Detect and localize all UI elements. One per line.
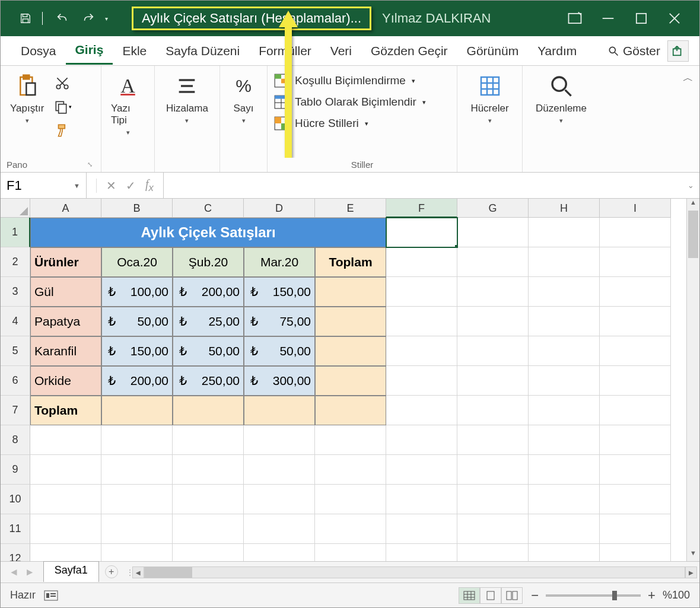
cell[interactable] <box>101 425 173 455</box>
zoom-in-button[interactable]: + <box>648 588 656 603</box>
cell[interactable] <box>529 455 600 485</box>
cell[interactable] <box>529 544 600 561</box>
value-cell[interactable]: ₺150,00 <box>101 336 173 366</box>
cut-button[interactable] <box>52 73 72 93</box>
undo-icon[interactable] <box>53 9 72 28</box>
cancel-formula-icon[interactable]: ✕ <box>106 179 116 193</box>
cell[interactable] <box>173 485 244 514</box>
save-icon[interactable] <box>16 9 35 28</box>
total-cell[interactable] <box>315 277 386 307</box>
cell[interactable] <box>457 396 529 425</box>
value-cell[interactable]: ₺200,00 <box>173 277 244 307</box>
total-cell[interactable] <box>315 366 386 396</box>
insert-function-icon[interactable]: fx <box>145 177 154 194</box>
cell[interactable] <box>386 366 457 396</box>
sheet-tab[interactable]: Sayfa1 <box>43 561 99 582</box>
cell[interactable] <box>600 425 671 455</box>
cell[interactable] <box>529 514 600 544</box>
cell[interactable] <box>457 514 529 544</box>
sheet-nav-next-icon[interactable]: ► <box>25 566 35 578</box>
cell[interactable] <box>457 455 529 485</box>
scroll-left-icon[interactable]: ◄ <box>132 566 144 578</box>
cell[interactable] <box>101 455 173 485</box>
product-name[interactable]: Karanfil <box>30 336 101 366</box>
cell-G1[interactable] <box>457 218 529 247</box>
cell[interactable] <box>315 455 386 485</box>
cell[interactable] <box>600 514 671 544</box>
row-header-2[interactable]: 2 <box>1 247 30 277</box>
cell[interactable] <box>30 425 101 455</box>
cell[interactable] <box>386 336 457 366</box>
value-cell[interactable]: ₺25,00 <box>173 307 244 336</box>
cell[interactable] <box>386 396 457 425</box>
value-cell[interactable]: ₺200,00 <box>101 366 173 396</box>
page-break-view-button[interactable] <box>501 587 523 604</box>
share-button[interactable] <box>667 40 689 62</box>
row-header-9[interactable]: 9 <box>1 455 30 485</box>
horizontal-scrollbar[interactable] <box>144 566 685 578</box>
cell[interactable] <box>244 455 315 485</box>
cell[interactable] <box>386 247 457 277</box>
format-painter-button[interactable] <box>52 120 72 141</box>
cell[interactable] <box>529 277 600 307</box>
row-header-8[interactable]: 8 <box>1 425 30 455</box>
cell[interactable] <box>244 425 315 455</box>
cell[interactable] <box>244 485 315 514</box>
col-header-B[interactable]: B <box>101 199 173 218</box>
cell-styles-button[interactable]: Hücre Stilleri▾ <box>273 116 426 131</box>
vertical-scrollbar[interactable]: ▲ ▼ <box>686 199 699 561</box>
cell[interactable] <box>529 336 600 366</box>
collapse-ribbon-icon[interactable]: ︿ <box>683 71 693 85</box>
col-header-I[interactable]: I <box>600 199 671 218</box>
product-name[interactable]: Papatya <box>30 307 101 336</box>
total-cell[interactable] <box>315 336 386 366</box>
minimize-icon[interactable] <box>600 10 616 27</box>
total-cell[interactable] <box>101 396 173 425</box>
cell[interactable] <box>386 307 457 336</box>
cell[interactable] <box>386 455 457 485</box>
copy-button[interactable]: ▾ <box>52 97 72 117</box>
maximize-icon[interactable] <box>633 10 650 27</box>
name-box[interactable]: F1 ▼ <box>1 173 87 198</box>
tab-yardım[interactable]: Yardım <box>528 38 586 64</box>
page-layout-view-button[interactable] <box>480 587 501 604</box>
row-header-4[interactable]: 4 <box>1 307 30 336</box>
tab-scroll-resizer[interactable]: ⋮ <box>126 568 132 577</box>
expand-formula-bar-icon[interactable]: ⌄ <box>682 173 699 198</box>
tell-me-search[interactable]: Göster <box>607 44 660 58</box>
cell-F1[interactable] <box>386 218 457 247</box>
value-cell[interactable]: ₺250,00 <box>173 366 244 396</box>
row-header-6[interactable]: 6 <box>1 366 30 396</box>
tab-gözden geçir[interactable]: Gözden Geçir <box>361 38 457 64</box>
qat-customize-icon[interactable]: ▾ <box>105 15 108 22</box>
col-header-F[interactable]: F <box>386 199 457 218</box>
tab-dosya[interactable]: Dosya <box>11 38 66 64</box>
cell[interactable] <box>386 425 457 455</box>
tab-veri[interactable]: Veri <box>321 38 361 64</box>
total-row-label[interactable]: Toplam <box>30 396 101 425</box>
cell[interactable] <box>173 455 244 485</box>
number-button[interactable]: % Sayı <box>226 69 262 127</box>
zoom-slider[interactable] <box>546 594 641 597</box>
cell[interactable] <box>386 544 457 561</box>
value-cell[interactable]: ₺150,00 <box>244 277 315 307</box>
name-box-dropdown-icon[interactable]: ▼ <box>74 182 80 189</box>
header-total[interactable]: Toplam <box>315 247 386 277</box>
cell[interactable] <box>600 396 671 425</box>
cell[interactable] <box>457 277 529 307</box>
cell[interactable] <box>386 485 457 514</box>
value-cell[interactable]: ₺50,00 <box>173 336 244 366</box>
col-header-G[interactable]: G <box>457 199 529 218</box>
cell[interactable] <box>600 366 671 396</box>
cell[interactable] <box>30 485 101 514</box>
format-as-table-button[interactable]: Tablo Olarak Biçimlendir▾ <box>273 94 426 110</box>
cell[interactable] <box>600 277 671 307</box>
product-name[interactable]: Gül <box>30 277 101 307</box>
header-month-1[interactable]: Şub.20 <box>173 247 244 277</box>
tab-sayfa düzeni[interactable]: Sayfa Düzeni <box>156 38 249 64</box>
header-month-2[interactable]: Mar.20 <box>244 247 315 277</box>
product-name[interactable]: Orkide <box>30 366 101 396</box>
total-cell[interactable] <box>315 307 386 336</box>
total-cell[interactable] <box>244 396 315 425</box>
row-header-11[interactable]: 11 <box>1 514 30 544</box>
